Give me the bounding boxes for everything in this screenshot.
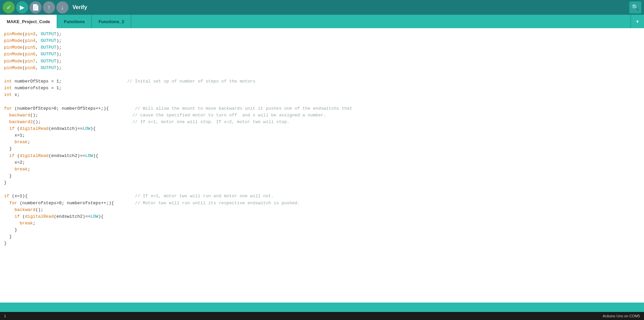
- new-button[interactable]: 📄: [30, 1, 42, 13]
- toolbar: ✓ ▶ 📄 ↑ ↓ Verify 🔍: [0, 0, 644, 15]
- open-button[interactable]: ↑: [43, 1, 55, 13]
- toolbar-title: Verify: [72, 4, 87, 10]
- status-left: 1: [4, 314, 6, 318]
- tab-functions-2[interactable]: Functions_2: [92, 15, 131, 28]
- bottom-bar: [0, 303, 644, 312]
- verify-button[interactable]: ✓: [3, 1, 15, 13]
- code-content: pinMode(pin3, OUTPUT); pinMode(pin4, OUT…: [4, 31, 640, 247]
- tabs-bar: MAKE_Project_Code Functions Functions_2 …: [0, 15, 644, 28]
- tab-make-project-code[interactable]: MAKE_Project_Code: [0, 15, 57, 28]
- status-bar: 1 Arduino Uno on COM5: [0, 312, 644, 320]
- save-button[interactable]: ↓: [56, 1, 68, 13]
- status-right: Arduino Uno on COM5: [603, 314, 640, 318]
- tab-dropdown-button[interactable]: ▾: [631, 15, 644, 28]
- tab-functions[interactable]: Functions: [57, 15, 92, 28]
- search-button[interactable]: 🔍: [629, 1, 641, 13]
- editor-container: pinMode(pin3, OUTPUT); pinMode(pin4, OUT…: [0, 28, 644, 303]
- code-editor[interactable]: pinMode(pin3, OUTPUT); pinMode(pin4, OUT…: [0, 28, 644, 303]
- upload-button[interactable]: ▶: [16, 1, 28, 13]
